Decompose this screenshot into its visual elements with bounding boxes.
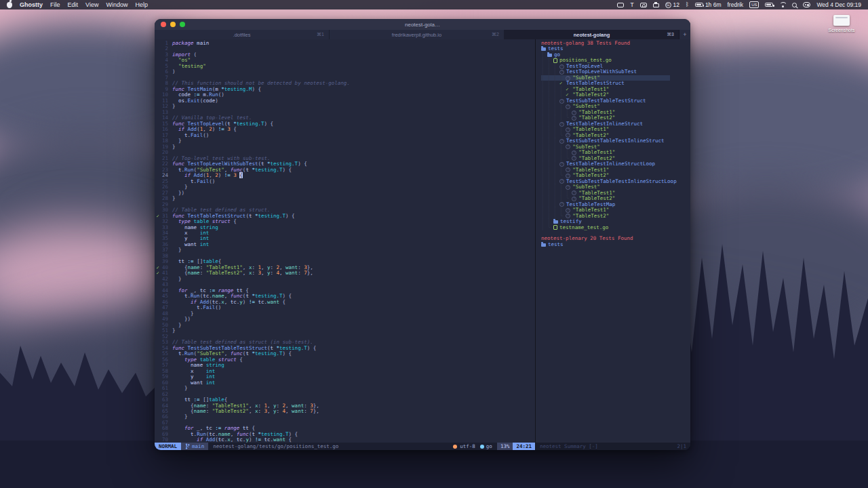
sign-column (155, 392, 161, 397)
tab-neotest-golang[interactable]: neotest-golang⌘3 (505, 30, 679, 39)
sign-column (155, 104, 161, 109)
folder-icon (541, 243, 546, 247)
test-passed-sign: ✓ (155, 265, 161, 270)
test-unknown-icon: ? (559, 162, 564, 167)
apple-menu-icon[interactable] (7, 2, 12, 8)
scroll-percent: 13% (497, 443, 513, 450)
sign-column (155, 52, 161, 58)
code-text: os.Exit(code) (172, 98, 218, 104)
sign-column (155, 403, 161, 409)
summary-tree-item[interactable]: tests (541, 242, 690, 247)
menu-window[interactable]: Window (106, 1, 127, 8)
menu-bar-clock[interactable]: Wed 4 Dec 09:19 (816, 1, 861, 8)
sign-column (155, 247, 161, 253)
folder-icon (553, 220, 558, 224)
wifi-icon[interactable] (779, 2, 786, 7)
file-path: neotest-golang/tests/go/positions_test.g… (208, 443, 453, 450)
window-title: neotest-gola… (405, 22, 440, 28)
sign-column (155, 253, 161, 259)
display-icon[interactable] (617, 3, 624, 7)
code-line: 42 } (155, 277, 535, 282)
menu-edit[interactable]: Edit (68, 1, 79, 8)
tab-label: fredrikaverpil.github.io (392, 32, 441, 38)
g-widget-icon[interactable]: G12 (665, 1, 679, 8)
code-line: 19} (155, 144, 535, 150)
summary-section: neotest-golang 38 Tests Foundtests│ go│ … (541, 41, 690, 230)
go-file-icon (553, 225, 557, 230)
code-text: "testing" (172, 64, 206, 69)
tree-guides: │ ╰ (541, 225, 553, 230)
screenshots-desktop-icon[interactable]: Screenshots (826, 15, 857, 33)
window-titlebar[interactable]: neotest-gola… (155, 19, 690, 30)
sign-column (155, 41, 161, 46)
sign-column (155, 397, 161, 403)
sign-column (155, 184, 161, 190)
close-button[interactable] (161, 22, 166, 27)
code-line: 18 } (155, 138, 535, 144)
keyboard-layout-icon[interactable]: US (749, 1, 759, 8)
summary-section-title: neotest-golang 38 Tests Found (541, 41, 690, 46)
sign-column (155, 293, 161, 299)
sign-column (155, 414, 161, 420)
sign-column (155, 58, 161, 63)
code-line: 3import ( (155, 52, 535, 58)
sign-column (155, 75, 161, 81)
sign-column (155, 311, 161, 317)
code-line: 12} (155, 104, 535, 109)
tab-fredrikaverpil-github-io[interactable]: fredrikaverpil.github.io⌘2 (330, 30, 505, 39)
traffic-lights (161, 19, 185, 30)
menu-items: FileEditViewWindowHelp (50, 1, 148, 8)
tab-shortcut: ⌘1 (317, 32, 324, 37)
neotest-summary-panel: neotest-golang 38 Tests Foundtests│ go│ … (535, 39, 690, 443)
sign-column (155, 323, 161, 328)
printer-icon[interactable] (653, 2, 659, 7)
menu-view[interactable]: View (85, 1, 98, 8)
git-branch-icon (185, 443, 190, 449)
summary-tree-item[interactable]: │ ╰ testname_test.go (541, 225, 690, 230)
vim-mode-indicator: NORMAL (155, 443, 181, 450)
test-unknown-icon: ? (559, 139, 564, 144)
code-line: ✓41 {name: "TableTest2", x: 3, y: 4, wan… (155, 270, 535, 276)
test-unknown-icon: ? (566, 104, 570, 109)
code-line: 48 } (155, 311, 535, 317)
zoom-button[interactable] (180, 22, 185, 27)
sign-column (155, 138, 161, 144)
summary-tree-item[interactable]: │ │ │ │ ╰ ?"TableTest2" (541, 196, 690, 201)
menu-app-name[interactable]: Ghostty (20, 1, 43, 8)
git-branch: main (181, 443, 208, 450)
control-center-icon[interactable] (803, 2, 810, 7)
sign-column (155, 173, 161, 178)
code-editor[interactable]: 1package main23import (4 "os"5 "testing"… (155, 39, 535, 443)
summary-tree-item[interactable]: tests (541, 46, 690, 52)
code-text: {name: "TableTest2", x: 3, y: 4, want: 7… (172, 270, 313, 276)
code-line: 65 {name: "TableTest2", x: 3, y: 4, want… (155, 409, 535, 414)
code-line: 27 }) (155, 190, 535, 196)
code-line: 36 want int (155, 242, 535, 247)
tree-item-label: testname_test.go (559, 225, 608, 230)
text-tool-icon[interactable]: T (630, 1, 633, 8)
battery-icon[interactable] (765, 3, 773, 7)
code-line: 1package main (155, 41, 535, 46)
sign-column (155, 288, 161, 293)
menu-file[interactable]: File (50, 1, 60, 8)
sign-column (155, 357, 161, 363)
search-icon[interactable] (792, 3, 797, 7)
user-menu[interactable]: fredrik (728, 1, 744, 8)
bluetooth-icon[interactable]: ᛒ (686, 2, 689, 7)
code-text: if Add(tc.x, tc.y) != tc.want { (172, 437, 292, 443)
summary-tree-item[interactable]: │ │ positions_test.go (541, 58, 690, 63)
menu-help[interactable]: Help (135, 1, 148, 8)
sign-column (155, 92, 161, 98)
sign-column (155, 179, 161, 184)
sign-column (155, 156, 161, 161)
camera-icon[interactable] (640, 3, 647, 7)
sign-column (155, 64, 161, 69)
menu-bar-status: T G12 ᛒ 1h 6m fredrik US Wed 4 Dec 09:19 (617, 1, 861, 8)
battery-time[interactable]: 1h 6m (695, 1, 722, 8)
sign-column (155, 305, 161, 310)
tab--dotfiles[interactable]: .dotfiles⌘1 (155, 30, 330, 39)
tab-label: neotest-golang (574, 32, 610, 38)
minimize-button[interactable] (170, 22, 176, 27)
code-line: 2 (155, 46, 535, 52)
new-tab-button[interactable]: + (679, 30, 690, 39)
